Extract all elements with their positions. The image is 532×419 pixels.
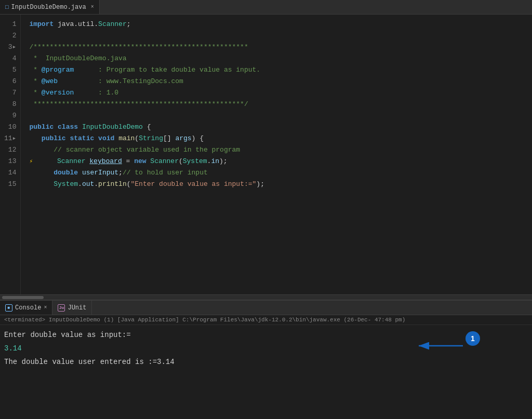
code-content: 1 2 3▸ 4 5 6 7 8 9 10 11▸ 12 13 14 15 im… [0, 15, 532, 294]
code-line-9 [29, 110, 532, 121]
junit-tab[interactable]: Ju JUnit [52, 301, 92, 315]
junit-tab-label: JUnit [68, 304, 86, 312]
console-panel: ■ Console × Ju JUnit <terminated> InputD… [0, 300, 532, 419]
line-num-8: 8 [4, 99, 20, 110]
code-line-13: ⚡ Scanner keyboard = new Scanner(System.… [29, 156, 532, 167]
line-num-2: 2 [4, 30, 20, 42]
console-tab-label: Console [15, 304, 41, 312]
code-line-14: double userInput;// to hold user input [29, 167, 532, 179]
console-icon: ■ [5, 304, 12, 312]
code-line-15: System.out.println("Enter double value a… [29, 179, 532, 190]
tab-filename: InputDoubleDemo.java [11, 4, 86, 11]
badge-number: 1 [466, 331, 480, 346]
code-line-6: * @web : www.TestingDocs.com [29, 76, 532, 87]
line-num-15: 15 [4, 179, 20, 190]
code-line-11: public static void main(String[] args) { [29, 133, 532, 144]
code-line-2 [29, 30, 532, 42]
console-status: <terminated> InputDoubleDemo (1) [Java A… [0, 315, 532, 325]
console-line-3: The double value user entered is :=3.14 [4, 355, 528, 369]
code-line-10: public class InputDoubleDemo { [29, 121, 532, 133]
line-num-1: 1 [4, 19, 20, 30]
line-num-13: 13 [4, 156, 20, 167]
tab-close-button[interactable]: × [91, 4, 94, 10]
file-icon: □ [5, 4, 9, 10]
code-line-5: * @program : Program to take double valu… [29, 64, 532, 76]
line-num-7: 7 [4, 87, 20, 99]
line-num-5: 5 [4, 64, 20, 76]
annotation-area: 1 [466, 331, 480, 346]
code-line-12: // scanner object variable used in the p… [29, 144, 532, 156]
file-tab[interactable]: □ InputDoubleDemo.java × [0, 0, 100, 14]
scrollbar-thumb[interactable] [2, 296, 44, 299]
line-num-6: 6 [4, 76, 20, 87]
console-tab-bar: ■ Console × Ju JUnit [0, 301, 532, 315]
line-num-4: 4 [4, 53, 20, 64]
line-num-9: 9 [4, 110, 20, 121]
code-line-7: * @version : 1.0 [29, 87, 532, 99]
junit-icon: Ju [58, 304, 65, 312]
line-num-12: 12 [4, 144, 20, 156]
code-line-8: ****************************************… [29, 99, 532, 110]
code-line-1: import java.util.Scanner; [29, 19, 532, 30]
code-line-3: /***************************************… [29, 42, 532, 53]
console-output: 1 Enter double value as input:= 3.14 The… [0, 325, 532, 419]
line-num-11: 11▸ [4, 133, 20, 144]
horizontal-scrollbar[interactable] [0, 294, 532, 300]
code-editor: 1 2 3▸ 4 5 6 7 8 9 10 11▸ 12 13 14 15 im… [0, 15, 532, 300]
editor-tab-bar: □ InputDoubleDemo.java × [0, 0, 532, 15]
line-numbers: 1 2 3▸ 4 5 6 7 8 9 10 11▸ 12 13 14 15 [0, 15, 21, 294]
code-lines: import java.util.Scanner; /*************… [21, 15, 532, 294]
line-num-3: 3▸ [4, 42, 20, 53]
arrow-svg [414, 335, 466, 356]
line-num-14: 14 [4, 167, 20, 179]
console-tab[interactable]: ■ Console × [0, 301, 52, 315]
line-num-10: 10 [4, 121, 20, 133]
console-tab-close[interactable]: × [44, 305, 47, 310]
code-line-4: * InputDoubleDemo.java [29, 53, 532, 64]
